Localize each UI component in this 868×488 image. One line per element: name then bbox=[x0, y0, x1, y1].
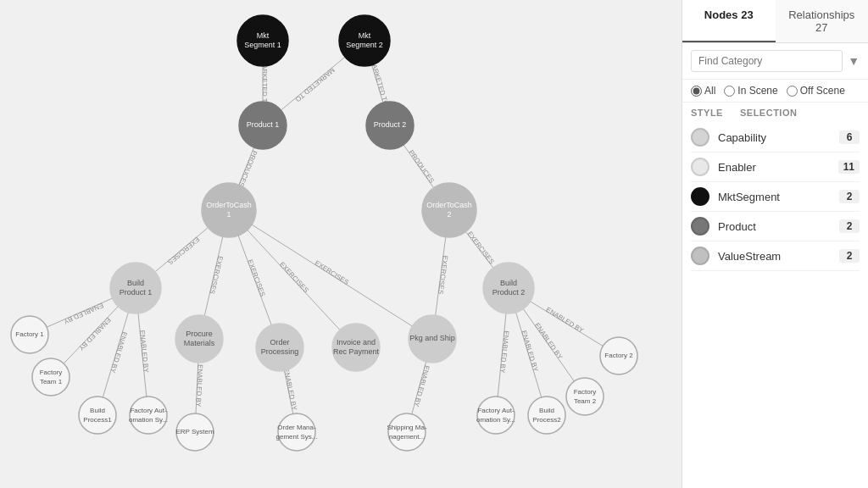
tab-relationships[interactable]: Relationships 27 bbox=[776, 0, 869, 42]
graph-node[interactable]: Invoice andRec Payment bbox=[332, 324, 380, 371]
category-name: Product bbox=[718, 220, 839, 233]
graph-node[interactable]: Shipping Ma-nagement... bbox=[387, 413, 426, 451]
tab-nodes[interactable]: Nodes 23 bbox=[682, 0, 776, 42]
category-item[interactable]: Enabler11 bbox=[691, 152, 860, 182]
graph-node[interactable]: Factory 1 bbox=[11, 316, 48, 353]
graph-node[interactable]: BuildProduct 1 bbox=[110, 263, 161, 313]
category-dot bbox=[691, 158, 709, 176]
selection-header: SELECTION bbox=[740, 108, 797, 118]
svg-text:ENABLED BY: ENABLED BY bbox=[520, 330, 539, 373]
svg-text:Factory Aut-: Factory Aut- bbox=[477, 407, 514, 414]
svg-text:EXERCISES: EXERCISES bbox=[246, 258, 266, 297]
graph-node[interactable]: BuildProcess2 bbox=[528, 396, 565, 434]
filter-icon[interactable]: ▼ bbox=[848, 54, 860, 68]
svg-text:ENABLED BY: ENABLED BY bbox=[545, 306, 586, 335]
radio-all[interactable]: All bbox=[691, 85, 715, 97]
svg-text:Build: Build bbox=[539, 407, 554, 414]
svg-text:Mkt: Mkt bbox=[257, 31, 270, 40]
sidebar: Nodes 23 Relationships 27 ▼ All In Scene… bbox=[682, 0, 868, 488]
category-name: MktSegment bbox=[718, 191, 839, 203]
category-item[interactable]: ValueStream2 bbox=[691, 241, 860, 271]
svg-text:omation Sy...: omation Sy... bbox=[129, 416, 168, 424]
svg-text:nagement...: nagement... bbox=[389, 433, 425, 441]
svg-text:EXERCISES: EXERCISES bbox=[166, 236, 201, 266]
svg-text:Factory Aut-: Factory Aut- bbox=[130, 407, 166, 414]
svg-text:ENABLED BY: ENABLED BY bbox=[194, 364, 203, 408]
svg-text:Procure: Procure bbox=[186, 330, 213, 338]
svg-text:Segment 1: Segment 1 bbox=[244, 41, 281, 49]
svg-text:ENABLED BY: ENABLED BY bbox=[138, 330, 150, 374]
svg-text:PRODUCES: PRODUCES bbox=[237, 149, 259, 187]
svg-text:omation Sy...: omation Sy... bbox=[476, 416, 515, 424]
svg-text:EXERCISES: EXERCISES bbox=[278, 260, 310, 294]
svg-text:Invoice and: Invoice and bbox=[337, 338, 376, 347]
svg-text:ENABLED BY: ENABLED BY bbox=[412, 364, 431, 408]
graph-node[interactable]: BuildProduct 2 bbox=[483, 263, 534, 313]
graph-node[interactable]: FactoryTeam 2 bbox=[566, 378, 604, 415]
category-count: 11 bbox=[838, 160, 860, 174]
category-count: 2 bbox=[839, 190, 860, 203]
category-name: Capability bbox=[718, 131, 839, 144]
svg-text:2: 2 bbox=[447, 210, 451, 219]
svg-text:Team 2: Team 2 bbox=[574, 397, 597, 405]
graph-node[interactable]: OrderToCash2 bbox=[422, 183, 476, 237]
search-row: ▼ bbox=[682, 43, 868, 80]
graph-node[interactable]: Pkg and Ship bbox=[409, 315, 456, 363]
radio-off-scene[interactable]: Off Scene bbox=[787, 85, 845, 97]
svg-text:MARKETED TO: MARKETED TO bbox=[294, 66, 337, 103]
category-item[interactable]: Capability6 bbox=[691, 123, 860, 152]
graph-node[interactable]: Factory Aut-omation Sy... bbox=[476, 396, 515, 434]
graph-node[interactable]: ProcureMaterials bbox=[175, 315, 223, 363]
svg-text:ENABLED BY: ENABLED BY bbox=[533, 321, 565, 361]
svg-text:Factory: Factory bbox=[574, 388, 597, 396]
svg-text:EXERCISES: EXERCISES bbox=[314, 259, 351, 286]
graph-node[interactable]: BuildProcess1 bbox=[79, 396, 116, 434]
graph-node[interactable]: OrderToCash1 bbox=[202, 183, 256, 237]
svg-text:Mkt: Mkt bbox=[359, 31, 371, 40]
graph-node[interactable]: Factory Aut-omation Sy... bbox=[129, 396, 168, 434]
graph-node[interactable]: MktSegment 1 bbox=[237, 15, 288, 66]
svg-text:Build: Build bbox=[500, 279, 517, 287]
svg-text:Process2: Process2 bbox=[532, 416, 561, 424]
category-count: 2 bbox=[839, 219, 860, 233]
svg-text:Segment 2: Segment 2 bbox=[346, 41, 383, 49]
radio-in-scene[interactable]: In Scene bbox=[724, 85, 777, 97]
svg-text:gement Sys...: gement Sys... bbox=[276, 433, 318, 441]
svg-text:ERP System: ERP System bbox=[175, 428, 214, 435]
svg-text:ENABLED BY: ENABLED BY bbox=[77, 316, 113, 352]
category-list: Capability6Enabler11MktSegment2Product2V… bbox=[682, 123, 868, 488]
svg-text:OrderToCash: OrderToCash bbox=[206, 201, 252, 209]
svg-text:Product 2: Product 2 bbox=[374, 120, 407, 129]
svg-text:EXERCISES: EXERCISES bbox=[437, 255, 449, 295]
graph-node[interactable]: Product 1 bbox=[239, 102, 287, 149]
graph-node[interactable]: Factory 2 bbox=[600, 337, 637, 374]
graph-node[interactable]: Product 2 bbox=[366, 102, 414, 149]
graph-node[interactable]: ERP System bbox=[175, 413, 214, 451]
category-dot bbox=[691, 217, 709, 236]
svg-text:ENABLED BY: ENABLED BY bbox=[62, 302, 104, 326]
category-dot bbox=[691, 187, 709, 206]
svg-text:Factory 2: Factory 2 bbox=[604, 352, 633, 359]
svg-text:Factory: Factory bbox=[40, 369, 63, 376]
graph-node[interactable]: FactoryTeam 1 bbox=[32, 358, 70, 396]
svg-text:EXERCISES: EXERCISES bbox=[466, 230, 496, 266]
graph-node[interactable]: Order Mana-gement Sys... bbox=[276, 413, 318, 451]
radio-row: All In Scene Off Scene bbox=[682, 80, 868, 103]
column-headers: STYLE SELECTION bbox=[682, 103, 868, 123]
svg-text:Processing: Processing bbox=[261, 347, 299, 356]
svg-text:Order: Order bbox=[270, 338, 289, 347]
graph-node[interactable]: MktSegment 2 bbox=[339, 15, 390, 66]
category-dot bbox=[691, 128, 709, 147]
svg-text:Rec Payment: Rec Payment bbox=[333, 347, 380, 356]
svg-text:ENABLED BY: ENABLED BY bbox=[108, 330, 128, 374]
search-input[interactable] bbox=[691, 50, 843, 72]
graph-node[interactable]: OrderProcessing bbox=[256, 324, 303, 371]
graph-canvas[interactable]: MARKETED TOMARKETED TOMARKETED TOPRODUCE… bbox=[0, 0, 682, 488]
category-name: ValueStream bbox=[718, 250, 839, 263]
category-item[interactable]: Product2 bbox=[691, 212, 860, 241]
svg-text:Order Mana-: Order Mana- bbox=[277, 424, 316, 431]
svg-text:ENABLED BY: ENABLED BY bbox=[282, 368, 298, 412]
category-count: 6 bbox=[839, 130, 860, 144]
category-item[interactable]: MktSegment2 bbox=[691, 182, 860, 212]
category-name: Enabler bbox=[718, 161, 838, 174]
